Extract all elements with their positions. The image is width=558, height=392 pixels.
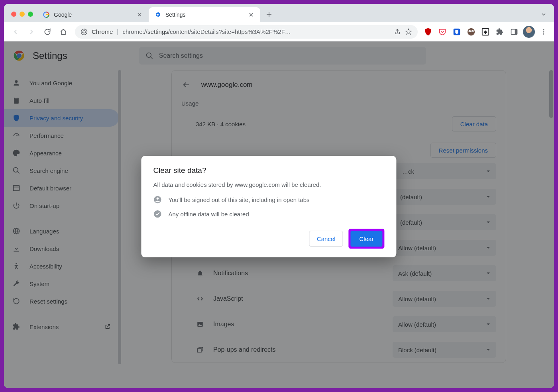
share-icon[interactable] xyxy=(394,28,401,35)
sidebar-item-downloads[interactable]: Downloads xyxy=(4,240,119,257)
cancel-button[interactable]: Cancel xyxy=(309,231,343,247)
permission-select[interactable]: Allow (default) xyxy=(393,240,496,256)
forward-button[interactable] xyxy=(25,25,38,39)
reload-button[interactable] xyxy=(41,25,54,39)
clear-button[interactable]: Clear xyxy=(351,231,383,247)
settings-title: Settings xyxy=(33,50,67,61)
svg-point-26 xyxy=(16,263,17,264)
close-window-button[interactable] xyxy=(11,12,16,17)
permission-row-javascript: JavaScript Allow (default) xyxy=(172,286,506,312)
back-arrow-button[interactable] xyxy=(179,78,193,92)
bookmark-icon[interactable] xyxy=(405,28,412,35)
chevron-down-icon xyxy=(486,194,491,199)
permission-select[interactable]: Block (default) xyxy=(393,342,496,358)
profile-avatar[interactable] xyxy=(523,26,535,38)
sidebar-item-you-and-google[interactable]: You and Google xyxy=(4,74,119,92)
sidebar-item-appearance[interactable]: Appearance xyxy=(4,144,119,162)
clipboard-icon xyxy=(12,96,21,105)
chevron-down-icon xyxy=(486,271,491,276)
sidebar-item-startup[interactable]: On start-up xyxy=(4,197,119,214)
new-tab-button[interactable] xyxy=(263,8,275,21)
extension-pocket-icon[interactable] xyxy=(437,26,448,37)
chevron-down-icon xyxy=(486,347,491,352)
address-divider: | xyxy=(117,28,118,35)
sidebar-item-system[interactable]: System xyxy=(4,275,119,292)
kebab-menu-icon[interactable] xyxy=(538,26,549,37)
extension-icon[interactable] xyxy=(480,26,491,37)
popup-icon xyxy=(196,345,204,354)
browser-toolbar: Chrome | chrome://settings/content/siteD… xyxy=(4,22,554,41)
site-name: www.google.com xyxy=(201,81,253,89)
sidebar-item-accessibility[interactable]: Accessibility xyxy=(4,257,119,275)
content-scrollbar[interactable] xyxy=(549,70,553,118)
permission-select[interactable]: (default) xyxy=(393,189,496,205)
svg-point-19 xyxy=(146,53,151,58)
svg-point-31 xyxy=(157,198,159,200)
accessibility-icon xyxy=(12,262,21,270)
browser-icon xyxy=(12,184,21,192)
search-icon xyxy=(12,166,21,175)
permission-select[interactable]: …ck xyxy=(393,163,496,179)
svg-point-13 xyxy=(543,31,544,32)
sidebar-scrollbar[interactable] xyxy=(118,70,121,364)
sidebar-item-privacy-security[interactable]: Privacy and security xyxy=(4,109,119,127)
svg-rect-29 xyxy=(197,349,201,352)
settings-search-input[interactable]: Search settings xyxy=(139,47,426,65)
svg-point-20 xyxy=(15,80,18,83)
permission-select[interactable]: Allow (default) xyxy=(393,291,496,307)
svg-point-14 xyxy=(543,33,544,34)
sidebar-item-label: Downloads xyxy=(29,245,59,252)
settings-sidebar: You and Google Auto-fill Privacy and sec… xyxy=(4,70,124,388)
permission-label: Notifications xyxy=(213,270,384,277)
back-button[interactable] xyxy=(9,25,22,39)
sidebar-item-extensions[interactable]: Extensions xyxy=(4,318,119,335)
close-tab-icon[interactable] xyxy=(248,11,255,18)
puzzle-icon xyxy=(12,322,21,331)
reset-permissions-button[interactable]: Reset permissions xyxy=(430,143,496,158)
wrench-icon xyxy=(12,279,21,288)
extension-ublock-icon[interactable] xyxy=(422,26,434,37)
maximize-window-button[interactable] xyxy=(28,12,33,17)
settings-header: Settings Search settings xyxy=(4,41,554,70)
permission-select[interactable]: (default) xyxy=(393,214,496,230)
tab-title: Google xyxy=(54,12,132,18)
tab-settings[interactable]: Settings xyxy=(149,7,260,22)
svg-point-4 xyxy=(468,28,475,35)
extension-bitwarden-icon[interactable] xyxy=(451,26,462,37)
close-tab-icon[interactable] xyxy=(136,11,143,18)
search-icon xyxy=(145,52,153,60)
tabs-dropdown-button[interactable] xyxy=(537,8,550,21)
clear-data-button[interactable]: Clear data xyxy=(452,116,496,131)
tab-google[interactable]: Google xyxy=(37,7,149,22)
sidebar-item-default-browser[interactable]: Default browser xyxy=(4,179,119,197)
permission-select[interactable]: Ask (default) xyxy=(393,265,496,281)
shield-icon xyxy=(12,114,21,122)
permission-select[interactable]: Allow (default) xyxy=(393,316,496,332)
sidebar-item-label: Reset settings xyxy=(29,298,67,305)
chevron-down-icon xyxy=(486,296,491,301)
sidebar-item-performance[interactable]: Performance xyxy=(4,127,119,144)
download-icon xyxy=(12,244,21,253)
home-button[interactable] xyxy=(57,25,70,39)
sidebar-item-label: System xyxy=(29,280,49,287)
sidebar-item-reset[interactable]: Reset settings xyxy=(4,292,119,310)
side-panel-icon[interactable] xyxy=(509,26,520,37)
search-placeholder: Search settings xyxy=(159,52,203,59)
chrome-logo-icon xyxy=(14,50,25,61)
sidebar-item-autofill[interactable]: Auto-fill xyxy=(4,92,119,109)
svg-point-23 xyxy=(14,168,18,172)
svg-point-2 xyxy=(83,31,85,33)
sidebar-item-label: Auto-fill xyxy=(29,97,49,104)
address-bar[interactable]: Chrome | chrome://settings/content/siteD… xyxy=(75,25,418,39)
google-favicon-icon xyxy=(43,11,50,18)
extension-icon[interactable] xyxy=(466,26,477,37)
minimize-window-button[interactable] xyxy=(20,12,25,17)
svg-rect-21 xyxy=(14,98,19,104)
sidebar-item-search-engine[interactable]: Search engine xyxy=(4,162,119,179)
sidebar-item-languages[interactable]: Languages xyxy=(4,222,119,240)
svg-rect-22 xyxy=(15,97,18,98)
sidebar-item-label: Privacy and security xyxy=(29,115,83,122)
dialog-title: Clear site data? xyxy=(153,166,384,175)
extensions-puzzle-icon[interactable] xyxy=(494,26,505,37)
sidebar-item-label: Performance xyxy=(29,132,64,139)
